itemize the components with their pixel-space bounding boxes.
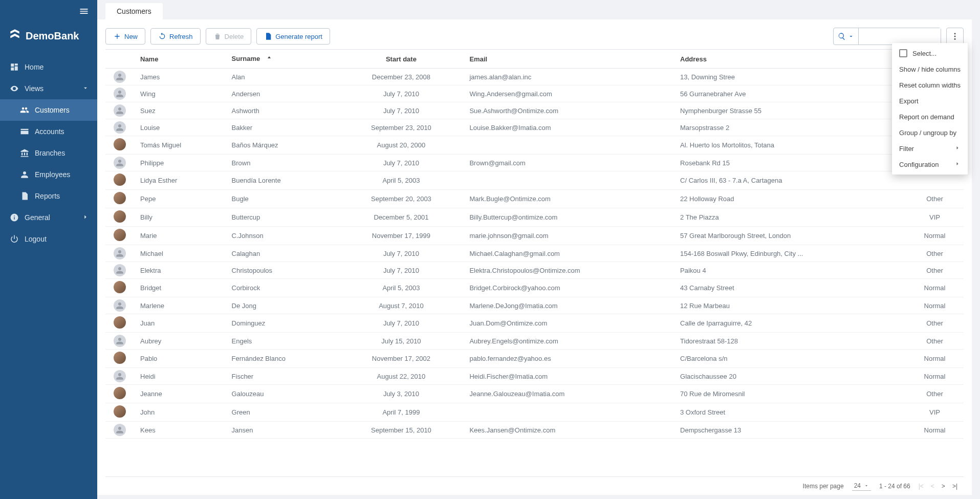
cell-type: Other xyxy=(906,190,964,208)
column-email[interactable]: Email xyxy=(463,50,674,69)
chevron-right-icon xyxy=(954,145,961,153)
avatar-icon xyxy=(114,157,126,169)
cell-type: Normal xyxy=(906,422,964,439)
cell-address: Dempschergasse 13 xyxy=(674,422,906,439)
brand-name: DemoBank xyxy=(26,30,79,42)
table-row[interactable]: ElektraChristopoulosJuly 7, 2010Elektra.… xyxy=(105,262,964,279)
customers-table[interactable]: Name Surname Start date Email Address Ty… xyxy=(105,49,964,476)
last-page-button[interactable]: >| xyxy=(952,483,957,490)
table-row[interactable]: Lidya EstherBuendía LorenteApril 5, 2003… xyxy=(105,171,964,190)
menu-showhide-columns[interactable]: Show / hide columns xyxy=(892,61,968,77)
table-row[interactable]: WingAndersenJuly 7, 2010Wing.Andersen@gm… xyxy=(105,85,964,102)
table-row[interactable]: MichaelCalaghanJuly 7, 2010Michael.Calag… xyxy=(105,245,964,262)
table-row[interactable]: JohnGreenApril 7, 19993 Oxford StreetVIP xyxy=(105,403,964,422)
cell-startdate: July 7, 2010 xyxy=(339,102,463,119)
sidebar-item-general[interactable]: General xyxy=(0,207,97,228)
cell-address: Paikou 4 xyxy=(674,262,906,279)
table-row[interactable]: SuezAshworthJuly 7, 2010Sue.Ashworth@Ont… xyxy=(105,102,964,119)
cell-email: Aubrey.Engels@ontimize.com xyxy=(463,333,674,350)
menu-configuration[interactable]: Configuration xyxy=(892,157,968,172)
table-row[interactable]: JuanDominguezJuly 7, 2010Juan.Dom@Ontimi… xyxy=(105,314,964,333)
cell-startdate: July 7, 2010 xyxy=(339,85,463,102)
avatar-icon xyxy=(114,121,126,134)
nav-label: Reports xyxy=(35,192,60,200)
cell-avatar xyxy=(105,279,134,297)
cell-avatar xyxy=(105,403,134,422)
table-row[interactable]: JeanneGalouzeauJuly 3, 2010Jeanne.Galouz… xyxy=(105,385,964,403)
sidebar-item-customers[interactable]: Customers xyxy=(0,99,97,121)
chevron-right-icon xyxy=(954,161,961,168)
prev-page-button[interactable]: < xyxy=(931,483,934,490)
next-page-button[interactable]: > xyxy=(942,483,945,490)
sidebar-item-logout[interactable]: Logout xyxy=(0,228,97,250)
table-row[interactable]: PhilippeBrownJuly 7, 2010Brown@gmail.com… xyxy=(105,155,964,171)
sidebar-item-reports[interactable]: Reports xyxy=(0,185,97,207)
col-label: Surname xyxy=(232,55,260,62)
eye-icon xyxy=(8,84,20,93)
cell-address: 154-168 Boswall Pkwy, Edinburgh, City ..… xyxy=(674,245,906,262)
table-row[interactable]: MarleneDe JongAugust 7, 2010Marlene.DeJo… xyxy=(105,297,964,314)
table-row[interactable]: Tomás MiguelBaños MárquezAugust 20, 2000… xyxy=(105,136,964,155)
nav-label: Views xyxy=(25,84,43,93)
menu-select[interactable]: Select... xyxy=(892,45,968,61)
table-row[interactable]: PabloFernández BlancoNovember 17, 2002pa… xyxy=(105,350,964,368)
avatar-icon xyxy=(114,264,126,276)
search-mode-toggle[interactable] xyxy=(834,28,859,45)
cell-email: Kees.Jansen@Ontimize.com xyxy=(463,422,674,439)
cell-address: Rosebank Rd 15 xyxy=(674,155,906,171)
menu-report-demand[interactable]: Report on demand xyxy=(892,109,968,125)
avatar-icon xyxy=(114,405,126,418)
column-name[interactable]: Name xyxy=(134,50,226,69)
column-surname[interactable]: Surname xyxy=(226,50,339,69)
sidebar-item-home[interactable]: Home xyxy=(0,56,97,78)
power-icon xyxy=(8,234,20,244)
sidebar-item-branches[interactable]: Branches xyxy=(0,142,97,164)
column-startdate[interactable]: Start date xyxy=(339,50,463,69)
cell-avatar xyxy=(105,350,134,368)
cell-type: VIP xyxy=(906,208,964,227)
menu-filter[interactable]: Filter xyxy=(892,141,968,157)
table-row[interactable]: BillyButtercupDecember 5, 2001Billy.Butt… xyxy=(105,208,964,227)
more-options-button[interactable] xyxy=(946,28,964,45)
avatar-icon xyxy=(114,192,126,204)
cell-type: Normal xyxy=(906,227,964,245)
table-row[interactable]: MarieC.JohnsonNovember 17, 1999marie.joh… xyxy=(105,227,964,245)
column-address[interactable]: Address xyxy=(674,50,906,69)
menu-export[interactable]: Export xyxy=(892,93,968,109)
cell-avatar xyxy=(105,155,134,171)
generate-report-button[interactable]: Generate report xyxy=(256,28,330,45)
table-row[interactable]: LouiseBakkerSeptember 23, 2010Louise.Bak… xyxy=(105,119,964,136)
page-size-select[interactable]: 24 xyxy=(852,481,871,491)
cell-startdate: July 3, 2010 xyxy=(339,385,463,403)
menu-toggle-icon[interactable] xyxy=(79,6,89,18)
cell-surname: Andersen xyxy=(226,85,339,102)
cell-startdate: July 7, 2010 xyxy=(339,314,463,333)
sidebar-item-views[interactable]: Views xyxy=(0,78,97,99)
table-row[interactable]: JamesAlanDecember 23, 2008james.alan@ala… xyxy=(105,69,964,85)
table-row[interactable]: HeidiFischerAugust 22, 2010Heidi.Fischer… xyxy=(105,368,964,385)
cell-startdate: July 7, 2010 xyxy=(339,155,463,171)
avatar-icon xyxy=(114,210,126,223)
table-row[interactable]: KeesJansenSeptember 15, 2010Kees.Jansen@… xyxy=(105,422,964,439)
table-row[interactable]: BridgetCorbirockApril 5, 2003Bridget.Cor… xyxy=(105,279,964,297)
avatar-icon xyxy=(114,352,126,364)
first-page-button[interactable]: |< xyxy=(919,483,924,490)
avatar-icon xyxy=(114,104,126,117)
main-content: Customers New Refresh Delete Generat xyxy=(97,0,980,499)
tab-customers[interactable]: Customers xyxy=(105,3,163,19)
new-button[interactable]: New xyxy=(105,28,145,45)
sidebar-item-accounts[interactable]: Accounts xyxy=(0,121,97,142)
cell-address: 57 Great Marlborough Street, London xyxy=(674,227,906,245)
column-avatar xyxy=(105,50,134,69)
logo-icon xyxy=(8,28,21,44)
refresh-button[interactable]: Refresh xyxy=(150,28,201,45)
search-input[interactable] xyxy=(859,28,941,45)
menu-reset-widths[interactable]: Reset column widths xyxy=(892,77,968,93)
menu-group-ungroup[interactable]: Group / ungroup by xyxy=(892,125,968,141)
table-row[interactable]: PepeBugleSeptember 20, 2003Mark.Bugle@On… xyxy=(105,190,964,208)
sidebar-item-employees[interactable]: Employees xyxy=(0,164,97,185)
cell-surname: Engels xyxy=(226,333,339,350)
cell-email: Louise.Bakker@Imatia.com xyxy=(463,119,674,136)
table-row[interactable]: AubreyEngelsJuly 15, 2010Aubrey.Engels@o… xyxy=(105,333,964,350)
cell-avatar xyxy=(105,297,134,314)
